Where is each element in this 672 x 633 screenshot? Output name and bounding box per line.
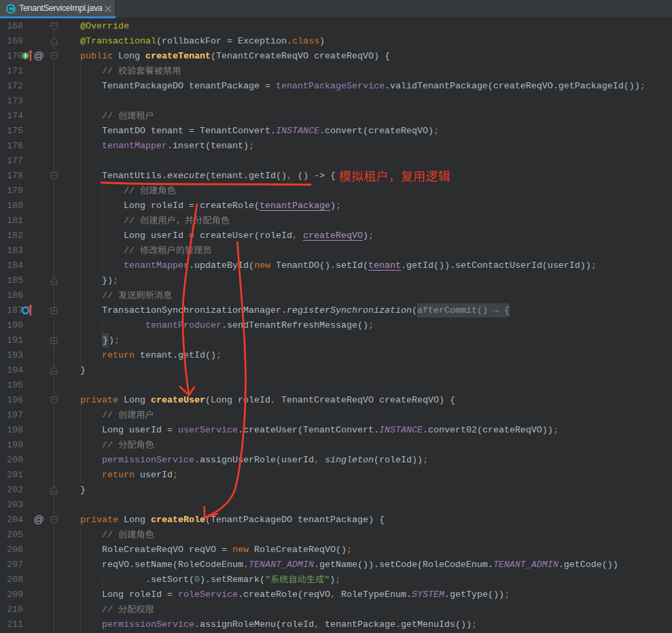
svg-text:@: @ xyxy=(33,513,43,525)
svg-text:@: @ xyxy=(33,50,43,61)
